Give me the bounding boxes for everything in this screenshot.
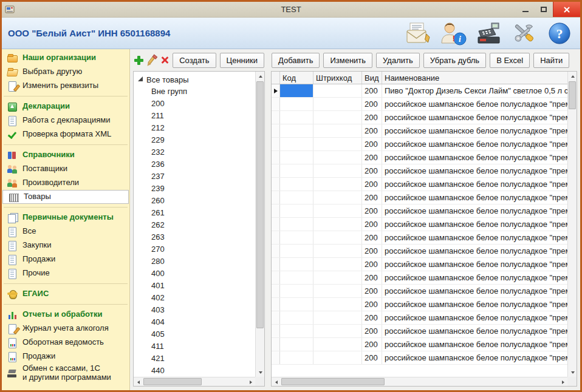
grid-cell-kod[interactable] <box>280 124 313 137</box>
grid-header-cell[interactable]: Код <box>280 72 313 84</box>
tree-node[interactable]: 421 <box>137 353 255 365</box>
sidebar-item[interactable]: Производители <box>2 176 129 190</box>
tree-expander-icon[interactable] <box>138 76 143 81</box>
maximize-button[interactable] <box>535 2 553 17</box>
tree-node[interactable]: 200 <box>137 98 255 110</box>
tree-node[interactable]: 270 <box>137 243 255 255</box>
grid-cell-kod[interactable] <box>280 325 313 337</box>
grid-row[interactable]: 200 российское шампанское белое полуслад… <box>272 338 567 351</box>
grid-cell-name[interactable]: российское шампанское белое полусладкое … <box>382 124 567 137</box>
sidebar-item[interactable]: Первичные документы <box>2 211 129 225</box>
tree-hscrollbar[interactable] <box>134 377 255 386</box>
grid-cell-vid[interactable]: 200 <box>362 151 382 164</box>
tree-node[interactable]: Вне групп <box>137 86 255 98</box>
grid-cell-name[interactable]: российское шампанское белое полусладкое … <box>382 111 567 124</box>
add-button[interactable]: Добавить <box>272 53 320 68</box>
delete-group-button[interactable] <box>160 52 169 68</box>
tree-root-node[interactable]: Все товары <box>137 73 255 86</box>
sidebar-item[interactable]: Обмен с кассами, 1С и другими программам… <box>2 363 129 383</box>
sidebar-item[interactable] <box>4 144 128 145</box>
grid-cell-name[interactable]: российское шампанское белое полусладкое … <box>382 204 567 217</box>
sidebar-item[interactable]: Продажи <box>2 350 129 363</box>
scroll-down-icon[interactable] <box>256 368 265 377</box>
sidebar-item[interactable]: Отчеты и обработки <box>2 308 129 322</box>
tree-node[interactable]: 237 <box>137 171 255 183</box>
scroll-left-icon[interactable] <box>134 377 143 387</box>
tree-node[interactable]: 400 <box>137 268 255 280</box>
scroll-right-icon[interactable] <box>246 377 255 387</box>
grid-header-cell[interactable]: Вид <box>362 72 382 84</box>
grid-cell-kod[interactable] <box>280 84 313 97</box>
grid-cell-kod[interactable] <box>280 311 313 324</box>
grid-cell-kod[interactable] <box>280 111 313 124</box>
grid-cell-barcode[interactable] <box>313 151 362 164</box>
sidebar-item[interactable] <box>4 304 128 305</box>
scroll-left-icon[interactable] <box>272 377 281 387</box>
grid-cell-name[interactable]: российское шампанское белое полусладкое … <box>382 191 567 204</box>
sidebar-item[interactable]: ЕГАИС <box>2 287 129 301</box>
delete-button[interactable]: Удалить <box>376 53 420 68</box>
grid-cell-kod[interactable] <box>280 285 313 297</box>
grid-cell-barcode[interactable] <box>313 164 362 177</box>
grid-row[interactable]: 200 российское шампанское белое полуслад… <box>272 271 567 285</box>
grid-cell-barcode[interactable] <box>313 298 362 311</box>
edit-button[interactable]: Изменить <box>323 53 372 68</box>
sidebar-item[interactable]: Прочие <box>2 266 129 280</box>
sidebar-item[interactable]: Декларации <box>2 100 129 113</box>
grid-row[interactable]: 200 российское шампанское белое полуслад… <box>272 164 567 178</box>
tree-node[interactable]: 236 <box>137 158 255 171</box>
grid-cell-vid[interactable]: 200 <box>362 138 382 150</box>
sidebar-item[interactable]: Работа с декларациями <box>2 113 129 127</box>
grid-row[interactable]: 200 российское шампанское белое полуслад… <box>272 351 567 365</box>
sidebar-item[interactable]: Оборотная ведомость <box>2 336 129 350</box>
grid-cell-vid[interactable]: 200 <box>362 271 382 284</box>
grid-cell-barcode[interactable] <box>313 191 362 204</box>
user-info-icon[interactable]: i ! <box>439 20 468 47</box>
grid-cell-name[interactable]: российское шампанское белое полусладкое … <box>382 351 567 364</box>
sidebar-item[interactable]: Все <box>2 225 129 238</box>
grid-cell-name[interactable]: российское шампанское белое полусладкое … <box>382 138 567 150</box>
export-excel-button[interactable]: В Excel <box>490 53 530 68</box>
grid-cell-name[interactable]: российское шампанское белое полусладкое … <box>382 218 567 231</box>
grid-cell-vid[interactable]: 200 <box>362 245 382 257</box>
tree-node[interactable]: 212 <box>137 122 255 134</box>
grid-row[interactable]: 200 российское шампанское белое полуслад… <box>272 191 567 204</box>
tree-node[interactable]: 239 <box>137 183 255 195</box>
grid-row[interactable]: 200 российское шампанское белое полуслад… <box>272 231 567 245</box>
sidebar-item[interactable]: Продажи <box>2 252 129 266</box>
grid-cell-vid[interactable]: 200 <box>362 285 382 297</box>
grid-cell-kod[interactable] <box>280 151 313 164</box>
grid-row[interactable]: 200 Пиво "Доктор Дизель Секси Лайм" свет… <box>272 84 567 98</box>
scroll-thumb[interactable] <box>281 378 385 385</box>
grid-cell-name[interactable]: российское шампанское белое полусладкое … <box>382 298 567 311</box>
grid-cell-name[interactable]: российское шампанское белое полусладкое … <box>382 245 567 257</box>
tree-node[interactable]: 405 <box>137 328 255 340</box>
grid-row[interactable]: 200 российское шампанское белое полуслад… <box>272 298 567 311</box>
cash-register-icon[interactable] <box>474 20 504 47</box>
scroll-thumb[interactable] <box>143 378 202 385</box>
grid-cell-name[interactable]: российское шампанское белое полусладкое … <box>382 151 567 164</box>
sidebar-item[interactable]: Изменить реквизиты <box>2 79 129 93</box>
sidebar-item[interactable] <box>4 96 128 96</box>
grid-vscrollbar[interactable] <box>567 72 577 377</box>
grid-cell-vid[interactable]: 200 <box>362 124 382 137</box>
scroll-thumb[interactable] <box>569 81 576 109</box>
scroll-up-icon[interactable] <box>256 72 265 81</box>
sidebar-item[interactable]: Товары <box>2 190 129 204</box>
sidebar-item[interactable] <box>4 283 128 284</box>
tree-node[interactable]: 260 <box>137 195 255 207</box>
tree-node[interactable]: 401 <box>137 280 255 292</box>
grid-cell-barcode[interactable] <box>313 138 362 150</box>
grid-cell-name[interactable]: российское шампанское белое полусладкое … <box>382 311 567 324</box>
grid-cell-kod[interactable] <box>280 98 313 110</box>
tree-node[interactable]: 440 <box>137 365 255 377</box>
tree-node[interactable]: 211 <box>137 110 255 122</box>
sidebar-item[interactable]: Наши организации <box>2 51 129 65</box>
grid-cell-name[interactable]: российское шампанское белое полусладкое … <box>382 338 567 351</box>
sidebar-item[interactable]: Поставщики <box>2 162 129 176</box>
tree-node[interactable]: 411 <box>137 340 255 353</box>
scroll-right-icon[interactable] <box>558 377 567 387</box>
grid-cell-vid[interactable]: 200 <box>362 325 382 337</box>
grid-cell-name[interactable]: российское шампанское белое полусладкое … <box>382 271 567 284</box>
grid-cell-barcode[interactable] <box>313 111 362 124</box>
